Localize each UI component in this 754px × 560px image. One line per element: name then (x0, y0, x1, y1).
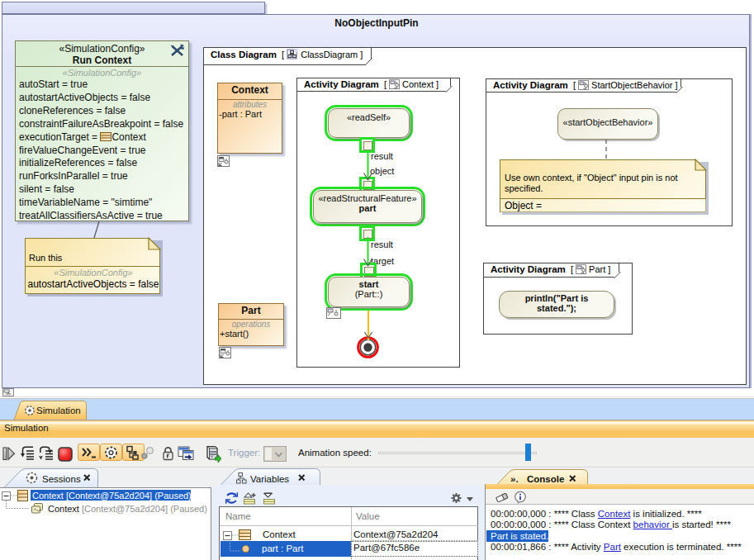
svg-text:Console: Console (527, 474, 564, 484)
svg-text:Sessions: Sessions (42, 474, 81, 484)
svg-text:Simulation: Simulation (36, 406, 81, 415)
svg-text:».: ». (510, 474, 519, 484)
svg-text:Variables: Variables (250, 474, 289, 484)
